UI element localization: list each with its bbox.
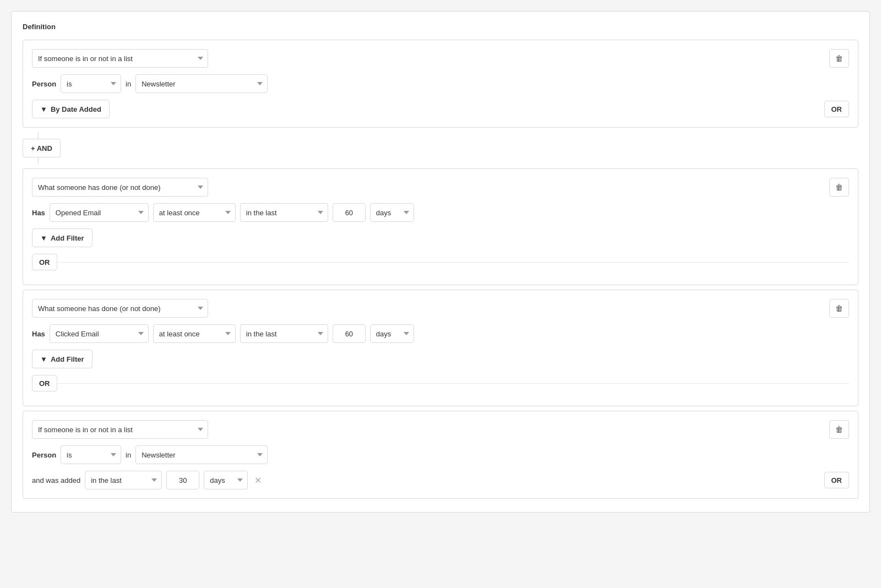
block4-date-clear-button[interactable]: ✕	[252, 475, 264, 486]
block2-or-button[interactable]: OR	[32, 254, 57, 270]
close-icon: ✕	[254, 475, 262, 486]
block3-delete-button[interactable]: 🗑	[829, 299, 849, 318]
block4-date-unit-dropdown[interactable]: days	[204, 471, 248, 489]
and-button[interactable]: + AND	[23, 139, 61, 157]
block3-add-filter-button[interactable]: ▼ Add Filter	[32, 350, 93, 368]
and-connector: + AND	[23, 132, 858, 164]
block4-date-filter-dropdown[interactable]: in the last	[85, 471, 162, 489]
block4-date-row: and was added in the last days ✕ OR	[32, 471, 849, 489]
block3-freq-dropdown[interactable]: at least once	[153, 324, 236, 343]
block1-or-label: OR	[831, 105, 842, 113]
condition-block-4: If someone is in or not in a list 🗑 Pers…	[23, 411, 858, 499]
block4-and-was-added-label: and was added	[32, 476, 80, 484]
trash-icon-3: 🗑	[835, 304, 843, 313]
condition-block-2: What someone has done (or not done) 🗑 Ha…	[23, 168, 858, 285]
block4-or-button[interactable]: OR	[824, 472, 850, 488]
condition-block-3-top-row: What someone has done (or not done) 🗑	[32, 299, 849, 318]
block4-person-row: Person is in Newsletter	[32, 445, 849, 464]
trash-icon-4: 🗑	[835, 425, 843, 434]
connector-line-1	[38, 132, 39, 139]
condition-block-3: What someone has done (or not done) 🗑 Ha…	[23, 290, 858, 406]
definition-panel: Definition If someone is in or not in a …	[11, 11, 870, 513]
block1-person-row: Person is in Newsletter	[32, 74, 849, 93]
block1-or-button[interactable]: OR	[824, 101, 850, 117]
filter-icon-3: ▼	[40, 355, 47, 363]
block2-delete-button[interactable]: 🗑	[829, 178, 849, 197]
block2-number-input[interactable]	[333, 203, 366, 222]
block3-unit-dropdown[interactable]: days	[370, 324, 414, 343]
definition-title: Definition	[23, 23, 858, 31]
block4-list-dropdown[interactable]: Newsletter	[135, 445, 268, 464]
block2-has-label: Has	[32, 209, 45, 217]
block2-freq-dropdown[interactable]: at least once	[153, 203, 236, 222]
or-line-2	[57, 262, 850, 263]
or-line-3	[57, 383, 850, 384]
block4-in-label: in	[126, 451, 131, 459]
block4-person-label: Person	[32, 451, 56, 459]
trash-icon-2: 🗑	[835, 183, 843, 192]
block3-action-dropdown[interactable]: Clicked Email	[50, 324, 149, 343]
block3-or-button[interactable]: OR	[32, 375, 57, 391]
block3-main-dropdown[interactable]: What someone has done (or not done)	[32, 299, 208, 318]
block2-add-filter-label: Add Filter	[51, 234, 84, 242]
block1-in-label: in	[126, 80, 131, 88]
block2-filter-row: ▼ Add Filter	[32, 228, 849, 247]
block1-is-dropdown[interactable]: is	[61, 74, 121, 93]
block2-unit-dropdown[interactable]: days	[370, 203, 414, 222]
block3-time-dropdown[interactable]: in the last	[240, 324, 328, 343]
block4-date-number-input[interactable]	[166, 471, 199, 489]
and-label: + AND	[31, 144, 52, 153]
condition-block-1: If someone is in or not in a list 🗑 Pers…	[23, 40, 858, 128]
block3-or-wrapper: OR	[32, 375, 849, 391]
condition-block-4-top-row: If someone is in or not in a list 🗑	[32, 420, 849, 439]
block3-filter-row: ▼ Add Filter	[32, 350, 849, 368]
block1-main-dropdown[interactable]: If someone is in or not in a list	[32, 49, 208, 68]
block4-delete-button[interactable]: 🗑	[829, 420, 849, 439]
block2-has-row: Has Opened Email at least once in the la…	[32, 203, 849, 222]
block1-person-label: Person	[32, 80, 56, 88]
trash-icon: 🗑	[835, 54, 843, 63]
block3-number-input[interactable]	[333, 324, 366, 343]
block3-has-label: Has	[32, 330, 45, 338]
block1-list-dropdown[interactable]: Newsletter	[135, 74, 268, 93]
block4-is-dropdown[interactable]: is	[61, 445, 121, 464]
connector-line-2	[38, 157, 39, 164]
block2-add-filter-button[interactable]: ▼ Add Filter	[32, 228, 93, 247]
block3-has-row: Has Clicked Email at least once in the l…	[32, 324, 849, 343]
filter-icon-2: ▼	[40, 234, 47, 242]
condition-block-2-top-row: What someone has done (or not done) 🗑	[32, 178, 849, 197]
block4-or-label: OR	[831, 476, 842, 484]
block2-action-dropdown[interactable]: Opened Email	[50, 203, 149, 222]
block1-filter-row: ▼ By Date Added OR	[32, 100, 849, 118]
block3-add-filter-label: Add Filter	[51, 355, 84, 363]
block2-time-dropdown[interactable]: in the last	[240, 203, 328, 222]
block2-or-label: OR	[39, 258, 50, 266]
block1-filter-label: By Date Added	[51, 105, 101, 113]
block4-main-dropdown[interactable]: If someone is in or not in a list	[32, 420, 208, 439]
block1-by-date-added-button[interactable]: ▼ By Date Added	[32, 100, 110, 118]
block1-delete-button[interactable]: 🗑	[829, 49, 849, 68]
block3-or-label: OR	[39, 379, 50, 388]
block2-main-dropdown[interactable]: What someone has done (or not done)	[32, 178, 208, 197]
condition-block-1-top-row: If someone is in or not in a list 🗑	[32, 49, 849, 68]
block2-or-wrapper: OR	[32, 254, 849, 270]
filter-icon-1: ▼	[40, 105, 47, 113]
